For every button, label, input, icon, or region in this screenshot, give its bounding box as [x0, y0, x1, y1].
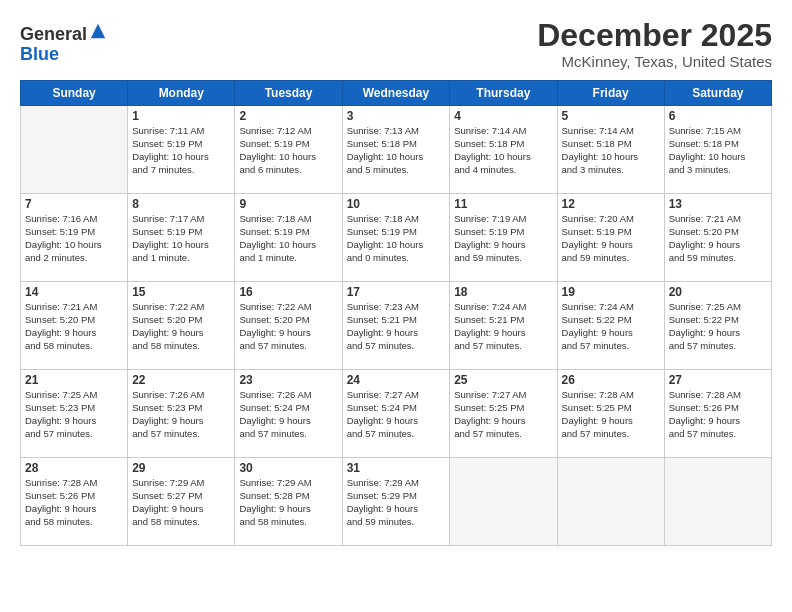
day-info: Sunrise: 7:25 AM Sunset: 5:23 PM Dayligh…: [25, 389, 123, 440]
table-row: 27Sunrise: 7:28 AM Sunset: 5:26 PM Dayli…: [664, 370, 771, 458]
calendar-table: Sunday Monday Tuesday Wednesday Thursday…: [20, 80, 772, 546]
table-row: 29Sunrise: 7:29 AM Sunset: 5:27 PM Dayli…: [128, 458, 235, 546]
title-block: December 2025 McKinney, Texas, United St…: [537, 18, 772, 70]
logo-blue-text: Blue: [20, 44, 59, 64]
day-number: 21: [25, 373, 123, 387]
table-row: 28Sunrise: 7:28 AM Sunset: 5:26 PM Dayli…: [21, 458, 128, 546]
day-number: 4: [454, 109, 552, 123]
table-row: 2Sunrise: 7:12 AM Sunset: 5:19 PM Daylig…: [235, 106, 342, 194]
day-info: Sunrise: 7:19 AM Sunset: 5:19 PM Dayligh…: [454, 213, 552, 264]
day-info: Sunrise: 7:14 AM Sunset: 5:18 PM Dayligh…: [562, 125, 660, 176]
day-number: 19: [562, 285, 660, 299]
table-row: 24Sunrise: 7:27 AM Sunset: 5:24 PM Dayli…: [342, 370, 450, 458]
day-number: 5: [562, 109, 660, 123]
day-number: 18: [454, 285, 552, 299]
day-number: 17: [347, 285, 446, 299]
day-info: Sunrise: 7:28 AM Sunset: 5:25 PM Dayligh…: [562, 389, 660, 440]
table-row: 1Sunrise: 7:11 AM Sunset: 5:19 PM Daylig…: [128, 106, 235, 194]
day-info: Sunrise: 7:17 AM Sunset: 5:19 PM Dayligh…: [132, 213, 230, 264]
day-number: 31: [347, 461, 446, 475]
day-info: Sunrise: 7:28 AM Sunset: 5:26 PM Dayligh…: [669, 389, 767, 440]
day-number: 2: [239, 109, 337, 123]
col-monday: Monday: [128, 81, 235, 106]
day-info: Sunrise: 7:22 AM Sunset: 5:20 PM Dayligh…: [239, 301, 337, 352]
calendar-header-row: Sunday Monday Tuesday Wednesday Thursday…: [21, 81, 772, 106]
day-number: 6: [669, 109, 767, 123]
table-row: 12Sunrise: 7:20 AM Sunset: 5:19 PM Dayli…: [557, 194, 664, 282]
day-number: 8: [132, 197, 230, 211]
table-row: 5Sunrise: 7:14 AM Sunset: 5:18 PM Daylig…: [557, 106, 664, 194]
day-number: 3: [347, 109, 446, 123]
day-info: Sunrise: 7:27 AM Sunset: 5:24 PM Dayligh…: [347, 389, 446, 440]
table-row: 9Sunrise: 7:18 AM Sunset: 5:19 PM Daylig…: [235, 194, 342, 282]
day-number: 12: [562, 197, 660, 211]
month-title: December 2025: [537, 18, 772, 53]
table-row: 7Sunrise: 7:16 AM Sunset: 5:19 PM Daylig…: [21, 194, 128, 282]
col-wednesday: Wednesday: [342, 81, 450, 106]
table-row: 18Sunrise: 7:24 AM Sunset: 5:21 PM Dayli…: [450, 282, 557, 370]
day-info: Sunrise: 7:26 AM Sunset: 5:24 PM Dayligh…: [239, 389, 337, 440]
day-info: Sunrise: 7:14 AM Sunset: 5:18 PM Dayligh…: [454, 125, 552, 176]
day-info: Sunrise: 7:28 AM Sunset: 5:26 PM Dayligh…: [25, 477, 123, 528]
day-number: 15: [132, 285, 230, 299]
day-info: Sunrise: 7:16 AM Sunset: 5:19 PM Dayligh…: [25, 213, 123, 264]
day-number: 20: [669, 285, 767, 299]
day-number: 7: [25, 197, 123, 211]
day-number: 26: [562, 373, 660, 387]
day-info: Sunrise: 7:21 AM Sunset: 5:20 PM Dayligh…: [25, 301, 123, 352]
col-thursday: Thursday: [450, 81, 557, 106]
table-row: 13Sunrise: 7:21 AM Sunset: 5:20 PM Dayli…: [664, 194, 771, 282]
table-row: 21Sunrise: 7:25 AM Sunset: 5:23 PM Dayli…: [21, 370, 128, 458]
day-info: Sunrise: 7:18 AM Sunset: 5:19 PM Dayligh…: [347, 213, 446, 264]
table-row: 17Sunrise: 7:23 AM Sunset: 5:21 PM Dayli…: [342, 282, 450, 370]
table-row: 22Sunrise: 7:26 AM Sunset: 5:23 PM Dayli…: [128, 370, 235, 458]
header: General Blue December 2025 McKinney, Tex…: [20, 18, 772, 70]
day-number: 27: [669, 373, 767, 387]
day-number: 14: [25, 285, 123, 299]
day-number: 25: [454, 373, 552, 387]
day-info: Sunrise: 7:29 AM Sunset: 5:28 PM Dayligh…: [239, 477, 337, 528]
table-row: [557, 458, 664, 546]
logo-general-text: General: [20, 24, 87, 44]
day-number: 1: [132, 109, 230, 123]
day-info: Sunrise: 7:12 AM Sunset: 5:19 PM Dayligh…: [239, 125, 337, 176]
day-info: Sunrise: 7:21 AM Sunset: 5:20 PM Dayligh…: [669, 213, 767, 264]
day-number: 28: [25, 461, 123, 475]
col-tuesday: Tuesday: [235, 81, 342, 106]
svg-marker-0: [91, 24, 105, 38]
day-info: Sunrise: 7:13 AM Sunset: 5:18 PM Dayligh…: [347, 125, 446, 176]
col-friday: Friday: [557, 81, 664, 106]
table-row: 10Sunrise: 7:18 AM Sunset: 5:19 PM Dayli…: [342, 194, 450, 282]
table-row: 30Sunrise: 7:29 AM Sunset: 5:28 PM Dayli…: [235, 458, 342, 546]
day-number: 24: [347, 373, 446, 387]
day-info: Sunrise: 7:18 AM Sunset: 5:19 PM Dayligh…: [239, 213, 337, 264]
day-number: 10: [347, 197, 446, 211]
table-row: 4Sunrise: 7:14 AM Sunset: 5:18 PM Daylig…: [450, 106, 557, 194]
day-number: 13: [669, 197, 767, 211]
table-row: 3Sunrise: 7:13 AM Sunset: 5:18 PM Daylig…: [342, 106, 450, 194]
day-info: Sunrise: 7:24 AM Sunset: 5:22 PM Dayligh…: [562, 301, 660, 352]
table-row: 6Sunrise: 7:15 AM Sunset: 5:18 PM Daylig…: [664, 106, 771, 194]
table-row: 19Sunrise: 7:24 AM Sunset: 5:22 PM Dayli…: [557, 282, 664, 370]
day-number: 22: [132, 373, 230, 387]
page: General Blue December 2025 McKinney, Tex…: [0, 0, 792, 612]
day-info: Sunrise: 7:25 AM Sunset: 5:22 PM Dayligh…: [669, 301, 767, 352]
day-info: Sunrise: 7:27 AM Sunset: 5:25 PM Dayligh…: [454, 389, 552, 440]
table-row: 15Sunrise: 7:22 AM Sunset: 5:20 PM Dayli…: [128, 282, 235, 370]
calendar-week-row: 28Sunrise: 7:28 AM Sunset: 5:26 PM Dayli…: [21, 458, 772, 546]
day-info: Sunrise: 7:22 AM Sunset: 5:20 PM Dayligh…: [132, 301, 230, 352]
day-info: Sunrise: 7:11 AM Sunset: 5:19 PM Dayligh…: [132, 125, 230, 176]
day-number: 23: [239, 373, 337, 387]
logo: General Blue: [20, 22, 107, 65]
day-number: 11: [454, 197, 552, 211]
day-info: Sunrise: 7:15 AM Sunset: 5:18 PM Dayligh…: [669, 125, 767, 176]
table-row: [450, 458, 557, 546]
day-number: 30: [239, 461, 337, 475]
logo-icon: [89, 22, 107, 40]
table-row: [664, 458, 771, 546]
day-info: Sunrise: 7:29 AM Sunset: 5:27 PM Dayligh…: [132, 477, 230, 528]
table-row: 8Sunrise: 7:17 AM Sunset: 5:19 PM Daylig…: [128, 194, 235, 282]
calendar-week-row: 1Sunrise: 7:11 AM Sunset: 5:19 PM Daylig…: [21, 106, 772, 194]
col-sunday: Sunday: [21, 81, 128, 106]
table-row: 23Sunrise: 7:26 AM Sunset: 5:24 PM Dayli…: [235, 370, 342, 458]
